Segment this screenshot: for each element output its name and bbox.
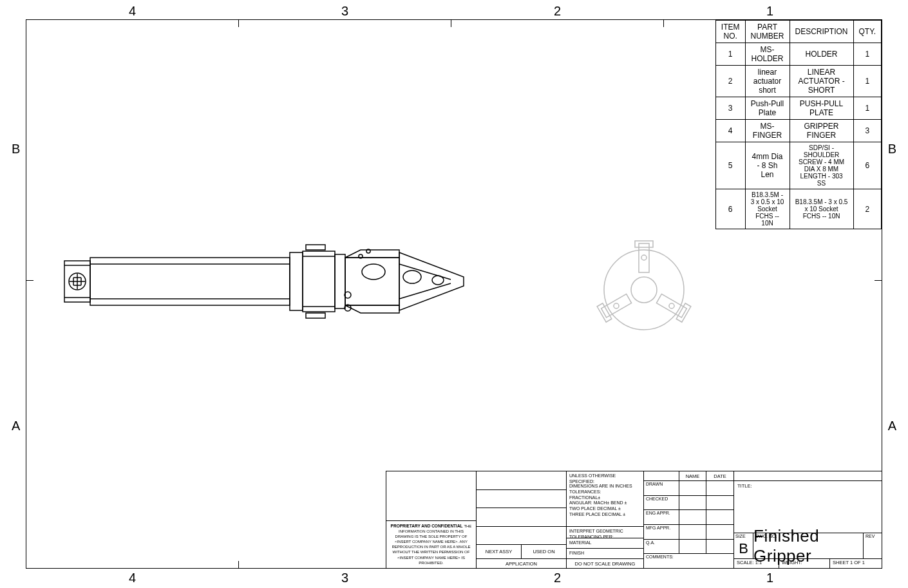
zone-top-4: 4 (129, 4, 136, 19)
bom-h-qty: QTY. (853, 21, 881, 43)
bom-row: 2linear actuator shortLINEAR ACTUATOR - … (715, 66, 881, 97)
svg-rect-25 (635, 241, 653, 247)
sign-row: CHECKED (644, 496, 733, 511)
gripper-end-view (586, 232, 702, 348)
bom-row: 4MS-FINGERGRIPPER FINGER3 (715, 120, 881, 142)
svg-point-32 (614, 303, 619, 308)
title-block: PROPRIETARY AND CONFIDENTIAL THE INFORMA… (386, 471, 882, 568)
zone-bot-2: 2 (554, 571, 561, 585)
rev-label: REV (864, 533, 882, 558)
tol-head: UNLESS OTHERWISE SPECIFIED: (567, 471, 643, 482)
svg-rect-11 (335, 254, 345, 308)
zone-tick (875, 280, 882, 281)
prop-head: PROPRIETARY AND CONFIDENTIAL (391, 524, 463, 528)
zone-tick (663, 19, 664, 27)
zone-top-3: 3 (341, 4, 348, 19)
svg-point-30 (641, 255, 647, 260)
bom-cell-desc: SDP/SI - SHOULDER SCREW - 4 MM DIA X 8 M… (790, 142, 853, 189)
zone-right-A: A (888, 419, 896, 433)
bom-cell-desc: B18.3.5M - 3 x 0.5 x 10 Socket FCHS -- 1… (790, 189, 853, 229)
zone-top-2: 2 (554, 4, 561, 19)
used-on-label: USED ON (522, 545, 566, 558)
zone-tick (451, 19, 451, 27)
bom-cell-qty: 2 (853, 189, 881, 229)
bom-row: 1MS-HOLDERHOLDER1 (715, 43, 881, 66)
bom-cell-desc: GRIPPER FINGER (790, 120, 853, 142)
bom-cell-item: 1 (715, 43, 745, 66)
svg-rect-4 (90, 258, 290, 305)
sign-label: Q.A. (644, 540, 679, 554)
material-label: MATERIAL (567, 538, 643, 549)
bom-cell-part: Push-Pull Plate (745, 97, 790, 120)
bom-cell-desc: LINEAR ACTUATOR - SHORT (790, 66, 853, 97)
bom-cell-qty: 1 (853, 66, 881, 97)
bom-cell-part: linear actuator short (745, 66, 790, 97)
zone-tick (26, 280, 33, 281)
bom-h-desc: DESCRIPTION (790, 21, 853, 43)
bom-row: 3Push-Pull PlatePUSH-PULL PLATE1 (715, 97, 881, 120)
interpret-label: INTERPRET GEOMETRIC TOLERANCING PER: (567, 527, 643, 538)
size-value: B (734, 539, 753, 558)
bom-row: 54mm Dia - 8 Sh LenSDP/SI - SHOULDER SCR… (715, 142, 881, 189)
svg-point-23 (631, 277, 657, 303)
sign-label: ENG APPR. (644, 510, 679, 524)
bom-cell-part: 4mm Dia - 8 Sh Len (745, 142, 790, 189)
zone-tick (238, 19, 239, 27)
svg-rect-20 (306, 245, 325, 250)
size-label: SIZE (734, 533, 753, 539)
application-label: APPLICATION (477, 559, 566, 568)
bom-cell-desc: HOLDER (790, 43, 853, 66)
name-header: NAME (679, 471, 706, 480)
svg-rect-21 (306, 313, 325, 318)
bom-cell-part: B18.3.5M - 3 x 0.5 x 10 Socket FCHS -- 1… (745, 189, 790, 229)
sign-label: DRAWN (644, 481, 679, 495)
svg-rect-8 (303, 251, 335, 312)
bom-cell-item: 4 (715, 120, 745, 142)
zone-right-B: B (888, 142, 896, 156)
proprietary-note: PROPRIETARY AND CONFIDENTIAL THE INFORMA… (386, 520, 476, 569)
zone-tick (238, 561, 239, 569)
svg-rect-7 (290, 252, 303, 310)
svg-point-22 (604, 250, 684, 330)
sign-row: Q.A. (644, 540, 733, 555)
gripper-side-view (52, 225, 477, 335)
svg-point-14 (403, 270, 421, 283)
bom-h-item: ITEM NO. (715, 21, 745, 43)
bom-cell-qty: 6 (853, 142, 881, 189)
svg-rect-29 (597, 303, 612, 322)
svg-point-15 (432, 276, 444, 285)
svg-rect-28 (601, 294, 632, 318)
no-scale-label: DO NOT SCALE DRAWING (567, 559, 643, 568)
bom-cell-qty: 3 (853, 120, 881, 142)
sign-row: COMMENTS: (644, 554, 733, 568)
sign-row: DRAWN (644, 481, 733, 496)
zone-bot-1: 1 (766, 571, 773, 585)
svg-rect-26 (656, 294, 686, 318)
svg-point-13 (362, 264, 385, 280)
sign-label: CHECKED (644, 496, 679, 510)
zone-bot-3: 3 (341, 571, 348, 585)
bom-cell-part: MS-HOLDER (745, 43, 790, 66)
sign-row: MFG APPR. (644, 525, 733, 540)
bom-cell-item: 3 (715, 97, 745, 120)
sign-label: COMMENTS: (644, 554, 679, 568)
zone-left-A: A (12, 419, 20, 433)
bom-header-row: ITEM NO. PART NUMBER DESCRIPTION QTY. (715, 21, 881, 43)
drawing-title: Finished Gripper (753, 533, 863, 558)
bom-table: ITEM NO. PART NUMBER DESCRIPTION QTY. 1M… (715, 20, 882, 229)
zone-left-B: B (12, 142, 20, 156)
bom-cell-item: 6 (715, 189, 745, 229)
bom-h-part: PART NUMBER (745, 21, 790, 43)
bom-cell-part: MS-FINGER (745, 120, 790, 142)
sign-row: ENG APPR. (644, 510, 733, 525)
next-assy-label: NEXT ASSY (477, 545, 522, 558)
date-header: DATE (706, 471, 733, 480)
bom-cell-item: 2 (715, 66, 745, 97)
sign-label: MFG APPR. (644, 525, 679, 539)
tol-body: DIMENSIONS ARE IN INCHES TOLERANCES: FRA… (567, 482, 643, 527)
bom-cell-item: 5 (715, 142, 745, 189)
svg-point-31 (669, 303, 674, 308)
prop-body: THE INFORMATION CONTAINED IN THIS DRAWIN… (392, 524, 471, 565)
bom-row: 6B18.3.5M - 3 x 0.5 x 10 Socket FCHS -- … (715, 189, 881, 229)
bom-cell-qty: 1 (853, 97, 881, 120)
